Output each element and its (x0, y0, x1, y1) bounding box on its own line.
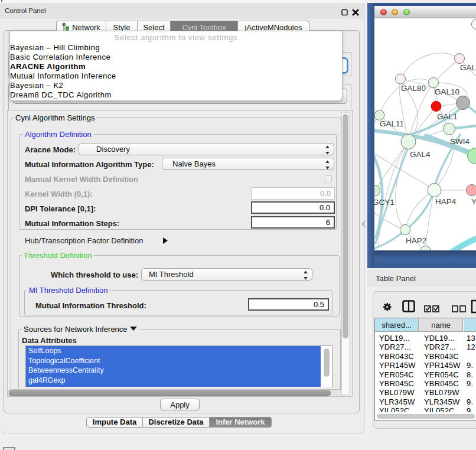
svg-text:GAL1: GAL1 (437, 112, 458, 121)
svg-text:GAL11: GAL11 (380, 119, 404, 128)
svg-text:GCY1: GCY1 (374, 198, 395, 207)
svg-text:HAP4: HAP4 (435, 197, 457, 206)
svg-text:HAP2: HAP2 (406, 236, 426, 245)
svg-text:YJ: YJ (471, 197, 476, 206)
svg-text:GAL4: GAL4 (410, 150, 431, 159)
svg-text:GAL10: GAL10 (435, 87, 459, 96)
svg-text:SWI4: SWI4 (450, 137, 470, 146)
svg-text:GAL7: GAL7 (460, 63, 476, 72)
svg-text:GAL80: GAL80 (401, 84, 426, 93)
